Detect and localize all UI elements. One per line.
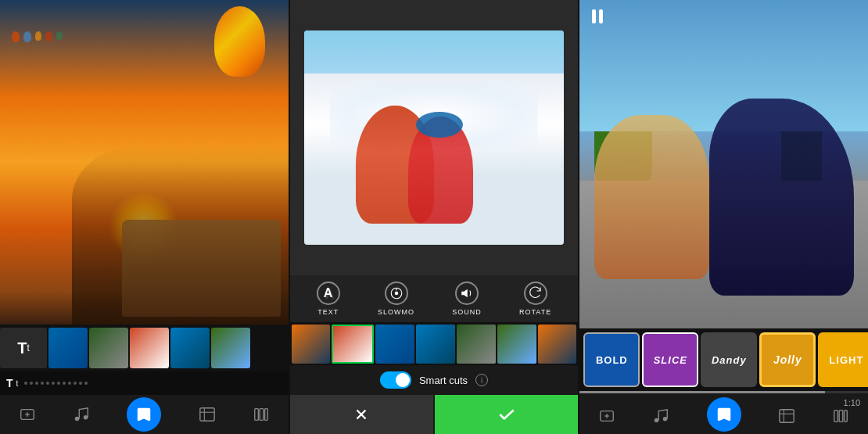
- filter-light-label: LIGHT: [829, 354, 863, 366]
- panel-skate: BOLD SLICE Dandy Jolly LIGHT 1:10: [578, 0, 868, 434]
- panel-balloon: T t T t: [0, 0, 289, 434]
- svg-rect-5: [199, 408, 213, 421]
- slowmo-tool[interactable]: SLOWMO: [378, 282, 414, 316]
- svg-point-21: [663, 416, 668, 421]
- filter-slice[interactable]: SLICE: [642, 332, 698, 387]
- film-thumb-5[interactable]: [457, 325, 496, 364]
- svg-rect-10: [265, 409, 268, 421]
- svg-rect-26: [839, 410, 843, 421]
- cancel-button[interactable]: [290, 395, 433, 434]
- slowmo-icon: [385, 282, 408, 305]
- filter-light[interactable]: LIGHT: [818, 332, 868, 387]
- progress-bar: [579, 391, 868, 393]
- film-thumb-1[interactable]: [292, 325, 331, 364]
- confirm-bar: [290, 395, 579, 434]
- thumb-3[interactable]: [130, 328, 169, 368]
- thumb-1[interactable]: [48, 328, 88, 368]
- snow-background: [290, 0, 579, 275]
- gallery-button[interactable]: [199, 406, 216, 423]
- filter-bold-label: BOLD: [596, 354, 628, 366]
- text-edit-row: T t: [0, 371, 289, 395]
- film-thumb-2-active[interactable]: [332, 325, 374, 364]
- settings-button[interactable]: [253, 406, 270, 423]
- filter-slice-label: SLICE: [654, 354, 687, 366]
- filmstrip-1: T t: [0, 325, 289, 371]
- rotate-icon: [524, 282, 547, 305]
- svg-rect-27: [845, 410, 848, 421]
- text-icon: A: [317, 282, 340, 305]
- pause-bar-1: [592, 9, 596, 23]
- confirm-button[interactable]: [435, 395, 578, 434]
- music-3[interactable]: [652, 407, 669, 425]
- add-clip-3[interactable]: [598, 407, 615, 425]
- pause-bar-2: [599, 9, 603, 23]
- film-thumb-6[interactable]: [497, 325, 536, 364]
- text-label: TEXT: [317, 308, 339, 316]
- time-label: 1:10: [844, 398, 860, 407]
- action-bar-3: 1:10: [579, 391, 868, 434]
- svg-point-12: [394, 292, 398, 296]
- filter-dandy-label: Dandy: [712, 354, 747, 366]
- film-thumb-7[interactable]: [538, 325, 577, 364]
- video-area-1: [0, 0, 289, 325]
- small-balloons: [12, 31, 90, 42]
- pause-button[interactable]: [587, 6, 608, 27]
- text-tool-T: T: [17, 339, 27, 357]
- rotate-label: ROTATE: [519, 308, 551, 316]
- smart-cuts-label: Smart cuts: [419, 375, 468, 386]
- action-bar-1: [0, 395, 289, 434]
- filter-jolly-label: Jolly: [773, 353, 802, 366]
- main-balloon: [214, 6, 265, 77]
- settings-3[interactable]: [832, 407, 849, 425]
- tools-bar: A TEXT SLOWMO SOUND: [290, 275, 579, 322]
- text-tool-box[interactable]: T t: [0, 328, 47, 368]
- goggles: [416, 112, 463, 138]
- panel-snow: A TEXT SLOWMO SOUND: [289, 0, 579, 434]
- text-label-box: T t: [6, 377, 18, 389]
- svg-rect-8: [255, 409, 259, 421]
- basket: [122, 220, 281, 317]
- filmstrip-2: [290, 322, 579, 365]
- text-tool[interactable]: A TEXT: [317, 282, 340, 316]
- svg-point-4: [84, 415, 88, 420]
- progress-fill: [579, 391, 824, 393]
- thumb-4[interactable]: [170, 328, 210, 368]
- text-t-icon: t: [16, 379, 19, 388]
- svg-rect-22: [780, 409, 794, 422]
- smart-cuts-toggle[interactable]: [380, 371, 411, 389]
- skate-background: [579, 0, 868, 328]
- sound-icon: [455, 282, 479, 305]
- svg-rect-9: [260, 409, 264, 421]
- film-thumb-3[interactable]: [375, 325, 414, 364]
- sound-label: SOUND: [452, 308, 482, 316]
- text-duration-dots: [24, 382, 88, 385]
- music-button[interactable]: [73, 406, 90, 423]
- thumb-2[interactable]: [89, 328, 128, 368]
- save-fab-1[interactable]: [127, 397, 161, 432]
- filter-bold[interactable]: BOLD: [583, 332, 640, 387]
- add-clip-button[interactable]: [19, 406, 36, 423]
- video-frame: [304, 30, 564, 246]
- film-thumb-4[interactable]: [416, 325, 455, 364]
- rotate-tool[interactable]: ROTATE: [519, 282, 551, 316]
- person-skate-1: [594, 115, 709, 279]
- filter-jolly[interactable]: Jolly: [759, 332, 816, 387]
- info-icon[interactable]: i: [475, 374, 488, 386]
- text-T-icon: T: [6, 377, 13, 389]
- text-tool-t: t: [27, 343, 29, 353]
- thumb-5[interactable]: [211, 328, 250, 368]
- slowmo-label: SLOWMO: [378, 308, 414, 316]
- balloon-background: [0, 0, 289, 325]
- sound-tool[interactable]: SOUND: [452, 282, 482, 316]
- svg-marker-14: [461, 289, 468, 298]
- video-area-2: [290, 0, 579, 275]
- svg-point-3: [75, 417, 80, 421]
- save-fab-3[interactable]: [707, 397, 741, 432]
- person-skate-2: [709, 99, 853, 296]
- filter-dandy[interactable]: Dandy: [701, 332, 757, 387]
- text-A: A: [324, 286, 333, 300]
- gallery-3[interactable]: [778, 407, 795, 425]
- video-area-3: [579, 0, 868, 328]
- smart-cuts-row: Smart cuts i: [290, 365, 579, 395]
- filter-strip: BOLD SLICE Dandy Jolly LIGHT: [579, 328, 868, 391]
